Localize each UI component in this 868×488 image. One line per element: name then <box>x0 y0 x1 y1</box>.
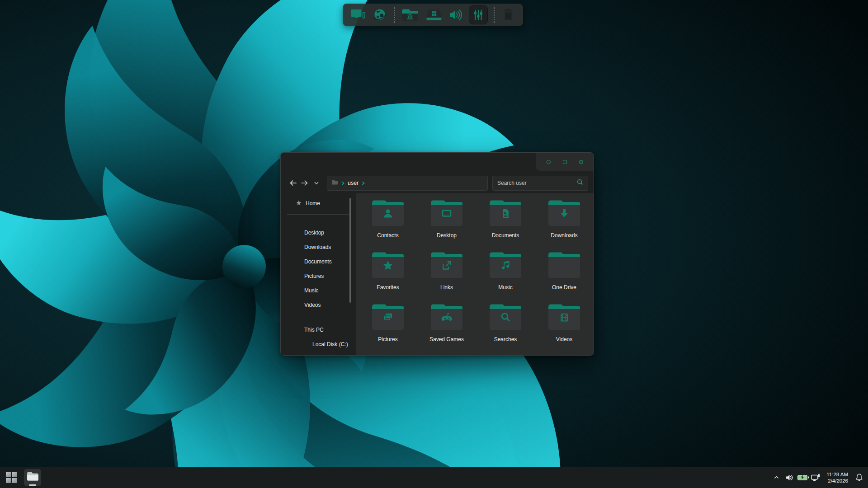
folder-label: Documents <box>492 232 519 239</box>
folder-label: Links <box>440 284 453 291</box>
sidebar-item-label: Music <box>304 287 318 294</box>
equalizer-icon[interactable] <box>469 5 488 24</box>
folder-tile-documents[interactable]: Documents <box>476 198 535 250</box>
folder-tile-videos[interactable]: Videos <box>535 302 594 354</box>
folder-tile-contacts[interactable]: Contacts <box>359 198 417 250</box>
gamepad-folder-icon <box>428 302 465 333</box>
system-tray: 11:28 AM 2/4/2026 <box>770 469 865 486</box>
notification-bell-icon[interactable] <box>853 469 865 486</box>
breadcrumb-location[interactable]: user <box>348 180 359 186</box>
volume-icon[interactable] <box>448 5 464 25</box>
folder-tile-downloads[interactable]: Downloads <box>535 198 594 250</box>
clock-time: 11:28 AM <box>826 471 848 478</box>
sidebar-item-label: Home <box>306 200 320 206</box>
document-folder-icon <box>487 198 524 230</box>
film-folder-icon <box>546 302 583 333</box>
desktop-icon-toolbar <box>343 4 523 26</box>
sidebar-item-pictures[interactable]: Pictures <box>281 269 356 283</box>
folder-tile-one-drive[interactable]: One Drive <box>535 250 594 302</box>
folder-icon <box>546 250 583 282</box>
sidebar-item-local-disk-c[interactable]: Local Disk (C:) <box>281 337 356 352</box>
search-input[interactable] <box>497 180 577 186</box>
recent-locations-button[interactable] <box>311 176 322 190</box>
folder-tile-pictures[interactable]: Pictures <box>359 302 417 354</box>
sidebar-divider <box>287 317 349 317</box>
folder-label: Saved Games <box>429 336 464 343</box>
folder-label: Favorites <box>377 284 399 291</box>
sidebar-item-desktop[interactable]: Desktop <box>281 225 356 240</box>
folder-tile-desktop[interactable]: Desktop <box>417 198 476 250</box>
folder-tile-music[interactable]: Music <box>476 250 535 302</box>
folder-label: Videos <box>556 336 572 343</box>
images-folder-icon <box>369 302 406 333</box>
taskbar-left <box>3 469 41 486</box>
folder-label: One Drive <box>552 284 576 291</box>
monitor-folder-icon <box>428 198 465 230</box>
folder-label: Music <box>498 284 512 291</box>
windows-logo-icon <box>6 472 17 483</box>
display-icon[interactable] <box>350 5 367 25</box>
back-button[interactable] <box>287 176 299 190</box>
start-button[interactable] <box>3 469 20 486</box>
toolbar-divider <box>494 7 495 23</box>
hidden-icons-chevron[interactable] <box>770 469 783 486</box>
taskbar-file-explorer-button[interactable] <box>24 469 41 486</box>
search-icon[interactable] <box>577 179 583 187</box>
titlebar[interactable] <box>281 153 594 173</box>
battery-body <box>797 475 807 480</box>
breadcrumb-chevron-icon <box>362 179 365 187</box>
taskbar-clock[interactable]: 11:28 AM 2/4/2026 <box>822 469 852 486</box>
taskbar: 11:28 AM 2/4/2026 <box>0 467 868 488</box>
sidebar-item-label: This PC <box>304 327 324 333</box>
address-bar[interactable]: user <box>327 176 488 191</box>
sidebar-section: DesktopDownloadsDocumentsPicturesMusicVi… <box>281 225 356 312</box>
maximize-button[interactable] <box>563 160 567 164</box>
sidebar-item-music[interactable]: Music <box>281 283 356 298</box>
sidebar-item-documents[interactable]: Documents <box>281 254 356 269</box>
window-controls <box>536 153 594 171</box>
music-note-folder-icon <box>487 250 524 282</box>
forward-button[interactable] <box>299 176 311 190</box>
toolbar-divider <box>394 7 395 23</box>
sidebar-item-home[interactable]: Home <box>281 197 356 210</box>
folder-label: Searches <box>494 336 517 343</box>
recycle-bin-icon[interactable] <box>500 5 516 25</box>
navigation-bar: user <box>281 173 594 193</box>
folder-label: Desktop <box>437 232 457 239</box>
running-app-indicator <box>29 484 36 486</box>
volume-tray-icon[interactable] <box>783 469 796 486</box>
folder-grid: Contacts Desktop Documents Downloads Fav… <box>359 198 594 354</box>
folder-tile-saved-games[interactable]: Saved Games <box>417 302 476 354</box>
search-folder-icon <box>487 302 524 333</box>
globe-network-icon[interactable] <box>372 5 388 25</box>
sidebar-section: Home <box>281 197 356 210</box>
sidebar-scrollbar[interactable] <box>349 198 351 303</box>
system-drive-icon[interactable] <box>425 5 443 25</box>
home-icon <box>296 200 302 207</box>
close-button[interactable] <box>579 160 583 164</box>
breadcrumb-chevron-icon <box>341 179 344 187</box>
sidebar: HomeDesktopDownloadsDocumentsPicturesMus… <box>281 193 356 355</box>
library-folder-icon[interactable] <box>401 5 420 25</box>
folder-label: Contacts <box>377 232 398 239</box>
share-folder-icon <box>428 250 465 282</box>
folder-tile-favorites[interactable]: Favorites <box>359 250 417 302</box>
sidebar-item-label: Videos <box>304 302 321 308</box>
sidebar-item-this-pc[interactable]: This PC <box>281 323 356 337</box>
network-display-icon[interactable] <box>809 469 822 486</box>
file-explorer-icon <box>26 471 39 484</box>
folder-tile-links[interactable]: Links <box>417 250 476 302</box>
window-body: HomeDesktopDownloadsDocumentsPicturesMus… <box>281 193 594 355</box>
folder-label: Pictures <box>378 336 397 343</box>
sidebar-item-label: Local Disk (C:) <box>312 341 348 347</box>
sidebar-sections: HomeDesktopDownloadsDocumentsPicturesMus… <box>281 197 356 352</box>
sidebar-item-label: Documents <box>304 258 332 265</box>
sidebar-section: This PCLocal Disk (C:) <box>281 323 356 352</box>
sidebar-item-downloads[interactable]: Downloads <box>281 240 356 254</box>
sidebar-item-videos[interactable]: Videos <box>281 298 356 312</box>
folder-tile-searches[interactable]: Searches <box>476 302 535 354</box>
battery-charging-icon[interactable] <box>796 469 809 486</box>
sidebar-item-label: Desktop <box>304 230 324 236</box>
desktop: user HomeDesktopDownloadsDocumentsPictur… <box>0 0 868 488</box>
minimize-button[interactable] <box>547 160 551 164</box>
